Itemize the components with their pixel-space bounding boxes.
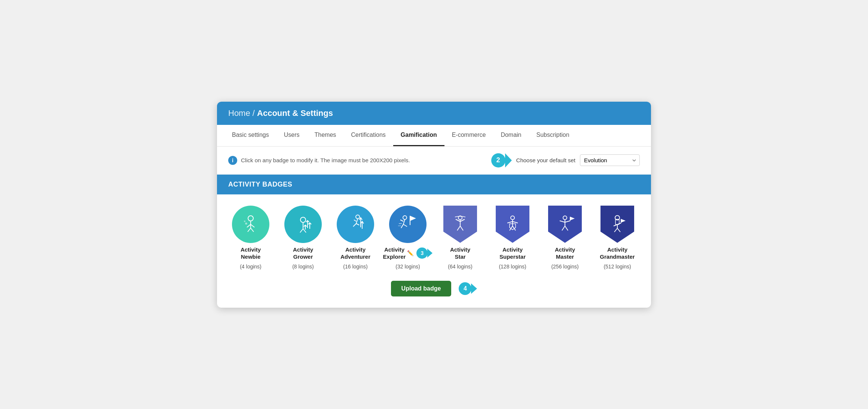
badge-logins-newbie: (4 logins) xyxy=(240,264,262,270)
svg-point-7 xyxy=(244,221,245,222)
svg-point-0 xyxy=(248,216,253,221)
svg-line-58 xyxy=(614,228,617,232)
svg-line-54 xyxy=(614,224,617,226)
default-set-select[interactable]: Evolution Classic Modern xyxy=(580,154,640,166)
master-icon xyxy=(554,213,576,236)
info-message: Click on any badge to modify it. The ima… xyxy=(241,157,410,163)
svg-line-25 xyxy=(401,224,403,228)
svg-line-19 xyxy=(356,224,359,225)
badge-logins-adventurer: (16 logins) xyxy=(343,264,367,270)
svg-line-59 xyxy=(617,228,620,232)
badge-logins-star: (64 logins) xyxy=(448,264,472,270)
breadcrumb: Home / Account & Settings xyxy=(228,108,640,118)
badge-icon-grandmaster xyxy=(599,206,636,243)
badge-name-adventurer: ActivityAdventurer xyxy=(340,246,370,261)
svg-line-35 xyxy=(457,226,460,230)
badge-name-explorer: ActivityExplorer xyxy=(383,246,406,261)
svg-line-16 xyxy=(356,219,358,224)
svg-line-10 xyxy=(300,229,303,233)
svg-marker-28 xyxy=(410,216,415,221)
svg-line-45 xyxy=(560,221,565,222)
info-right: 2 Choose your default set Evolution Clas… xyxy=(491,153,640,167)
badge-name-star: ActivityStar xyxy=(450,246,470,261)
badge-icon-adventurer xyxy=(337,206,374,243)
svg-line-36 xyxy=(460,226,463,230)
nav-domain[interactable]: Domain xyxy=(493,125,529,146)
nav-users[interactable]: Users xyxy=(276,125,307,146)
svg-line-24 xyxy=(400,220,403,221)
svg-line-18 xyxy=(353,224,356,227)
info-icon: i xyxy=(228,156,237,165)
badge-activity-master[interactable]: ActivityMaster (256 logins) xyxy=(542,206,587,270)
step-2-badge: 2 xyxy=(491,153,505,167)
svg-line-39 xyxy=(507,221,513,223)
badge-activity-newbie[interactable]: ActivityNewbie (4 logins) xyxy=(228,206,273,270)
star-icon xyxy=(449,213,471,236)
nav-subscription[interactable]: Subscription xyxy=(529,125,577,146)
badge-name-master: ActivityMaster xyxy=(555,246,575,261)
svg-marker-48 xyxy=(570,217,574,220)
svg-line-23 xyxy=(403,219,405,224)
badge-logins-explorer: (32 logins) xyxy=(395,264,420,270)
breadcrumb-separator: / xyxy=(253,108,255,118)
badge-name-newbie: ActivityNewbie xyxy=(241,246,261,261)
nav-certifications[interactable]: Certifications xyxy=(343,125,393,146)
svg-point-22 xyxy=(403,216,407,219)
step-4-arrow xyxy=(471,283,477,294)
step-3-arrow xyxy=(427,249,433,258)
badges-grid: ActivityNewbie (4 logins) xyxy=(217,194,651,277)
svg-point-8 xyxy=(300,217,306,222)
svg-line-2 xyxy=(247,224,251,227)
badge-activity-grandmaster[interactable]: ActivityGrandmaster (512 logins) xyxy=(595,206,640,270)
badge-activity-star[interactable]: ActivityStar (64 logins) xyxy=(438,206,483,270)
badge-activity-grower[interactable]: ActivityGrower (8 logins) xyxy=(281,206,326,270)
nav-themes[interactable]: Themes xyxy=(307,125,344,146)
svg-point-43 xyxy=(563,216,567,219)
badge-icon-explorer xyxy=(389,206,427,243)
nav-gamification[interactable]: Gamification xyxy=(393,125,444,146)
step-4-badge: 4 xyxy=(459,282,471,295)
page-title: Account & Settings xyxy=(257,108,333,118)
badge-logins-superstar: (128 logins) xyxy=(499,264,526,270)
activity-badges-header: ACTIVITY BADGES xyxy=(217,175,651,194)
breadcrumb-home[interactable]: Home xyxy=(228,108,250,118)
svg-line-5 xyxy=(251,228,254,232)
explorer-name-row: ActivityExplorer ✏️ 3 xyxy=(383,246,433,261)
badge-icon-newbie xyxy=(232,206,269,243)
header: Home / Account & Settings xyxy=(217,102,651,125)
badge-name-grower: ActivityGrower xyxy=(293,246,313,261)
svg-marker-57 xyxy=(621,219,625,222)
explorer-icon xyxy=(397,213,419,236)
badge-name-grandmaster: ActivityGrandmaster xyxy=(600,246,635,261)
svg-point-37 xyxy=(511,216,514,219)
badge-activity-adventurer[interactable]: ActivityAdventurer (16 logins) xyxy=(333,206,378,270)
badge-logins-grandmaster: (512 logins) xyxy=(603,264,631,270)
step-2-arrow xyxy=(505,153,512,167)
adventurer-icon xyxy=(344,213,367,236)
edit-pencil-icon[interactable]: ✏️ xyxy=(407,250,413,256)
nav-ecommerce[interactable]: E-commerce xyxy=(444,125,493,146)
superstar-icon xyxy=(501,213,524,236)
step-4-callout: 4 xyxy=(459,282,477,295)
svg-line-42 xyxy=(513,226,516,230)
nav-basic-settings[interactable]: Basic settings xyxy=(224,125,276,146)
badge-logins-grower: (8 logins) xyxy=(292,264,314,270)
main-window: Home / Account & Settings Basic settings… xyxy=(217,102,651,308)
svg-line-41 xyxy=(510,226,513,230)
badge-activity-explorer[interactable]: ActivityExplorer ✏️ 3 (32 logins) xyxy=(385,206,430,270)
svg-line-3 xyxy=(251,224,254,227)
svg-line-49 xyxy=(562,226,565,230)
info-message-container: i Click on any badge to modify it. The i… xyxy=(228,156,410,165)
default-set-label: Choose your default set xyxy=(516,157,575,163)
svg-line-50 xyxy=(565,226,568,230)
svg-line-17 xyxy=(354,220,356,221)
svg-line-4 xyxy=(248,228,251,232)
svg-point-15 xyxy=(356,215,360,219)
upload-badge-button[interactable]: Upload badge xyxy=(391,281,452,296)
nav-bar: Basic settings Users Themes Certificatio… xyxy=(217,125,651,147)
badge-icon-grower xyxy=(284,206,322,243)
grower-icon xyxy=(292,213,314,236)
newbie-icon xyxy=(239,213,262,236)
badge-activity-superstar[interactable]: ActivitySuperstar (128 logins) xyxy=(490,206,535,270)
svg-line-46 xyxy=(565,221,570,222)
